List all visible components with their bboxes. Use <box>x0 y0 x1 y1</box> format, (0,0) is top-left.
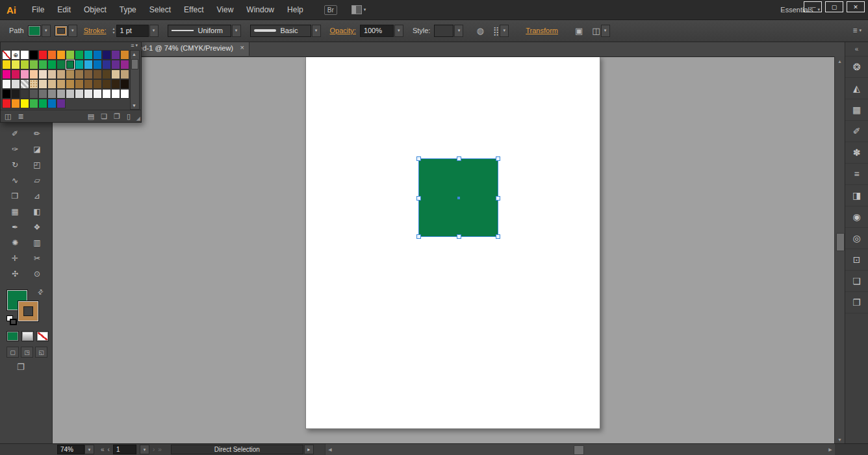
selection-handle-middle-left[interactable] <box>416 196 421 201</box>
swatch-color[interactable] <box>20 50 29 60</box>
scroll-up-icon[interactable]: ▲ <box>835 56 845 66</box>
swatch-color[interactable] <box>57 89 66 99</box>
swatch-color[interactable] <box>102 69 111 79</box>
swatch-color[interactable] <box>66 79 75 89</box>
swatch-color[interactable] <box>29 50 38 60</box>
vertical-scrollbar[interactable]: ▲ ▼ <box>834 56 845 444</box>
arrange-documents-icon[interactable]: ▾ <box>351 5 366 14</box>
stroke-dropdown-icon[interactable]: ▾ <box>68 25 77 37</box>
dock-icon-brushes[interactable]: ✐ <box>845 121 868 142</box>
swatch-color[interactable] <box>75 50 84 60</box>
swatch-color[interactable] <box>20 89 29 99</box>
swatch-color[interactable] <box>11 79 20 89</box>
status-menu-icon[interactable]: ▸ <box>304 445 314 454</box>
selection-handle-middle-right[interactable] <box>496 196 500 201</box>
swatch-color[interactable] <box>120 60 129 69</box>
swatches-scroll-thumb[interactable] <box>131 59 138 69</box>
swatch-color[interactable] <box>66 60 75 69</box>
swatch-color[interactable] <box>38 99 47 108</box>
free-transform-tool[interactable]: ▱ <box>26 173 48 188</box>
dock-icon-stroke[interactable]: ≡ <box>845 164 868 185</box>
selection-handle-bottom-left[interactable] <box>416 234 421 239</box>
swatch-color[interactable] <box>57 60 66 69</box>
swatch-color[interactable] <box>111 69 120 79</box>
swatch-color[interactable] <box>29 99 38 108</box>
horizontal-scrollbar[interactable]: ◀ ▶ <box>325 444 835 455</box>
selection-handle-bottom-right[interactable] <box>496 234 500 239</box>
style-swatch[interactable] <box>434 25 453 37</box>
stroke-indicator[interactable] <box>18 301 39 322</box>
swatch-color[interactable] <box>38 50 47 60</box>
gradient-button[interactable] <box>21 331 34 341</box>
transform-panel-link[interactable]: Transform <box>526 27 558 34</box>
minimize-button[interactable]: — <box>804 1 822 12</box>
gradient-tool[interactable]: ◧ <box>26 204 48 219</box>
menu-window[interactable]: Window <box>240 5 281 14</box>
blend-tool[interactable]: ❖ <box>26 219 48 235</box>
scroll-down-icon[interactable]: ▼ <box>131 102 138 109</box>
delete-swatch-icon[interactable]: ▯ <box>127 112 131 121</box>
symbol-sprayer-tool[interactable]: ✺ <box>4 235 26 251</box>
slice-tool[interactable]: ✂ <box>26 251 48 266</box>
selection-handle-top-middle[interactable] <box>457 156 461 161</box>
new-swatch-icon[interactable]: ❐ <box>114 112 120 121</box>
eraser-tool[interactable]: ◪ <box>26 141 48 157</box>
scroll-down-icon[interactable]: ▼ <box>835 435 845 444</box>
width-tool[interactable]: ∿ <box>4 173 26 188</box>
zoom-tool[interactable]: ⊙ <box>26 266 48 282</box>
dock-icon-color-guide[interactable]: ❂ <box>845 56 868 78</box>
shape-mode-icon[interactable]: ◫ <box>592 26 600 36</box>
recolor-artwork-icon[interactable]: ◍ <box>476 26 483 36</box>
swatch-kinds-icon[interactable]: ≣ <box>18 112 23 121</box>
fill-dropdown-icon[interactable]: ▾ <box>42 25 51 37</box>
paintbrush-tool[interactable]: ✐ <box>4 126 26 141</box>
align-reference-dropdown-icon[interactable]: ▾ <box>500 25 509 37</box>
scroll-up-icon[interactable]: ▲ <box>131 51 138 58</box>
swatch-color[interactable] <box>66 69 75 79</box>
tab-close-icon[interactable]: × <box>240 43 244 51</box>
swatch-color[interactable] <box>93 89 102 99</box>
menu-file[interactable]: File <box>25 5 51 14</box>
align-reference-icon[interactable]: ⣿ <box>493 26 500 36</box>
shape-builder-tool[interactable]: ❒ <box>4 188 26 204</box>
dock-icon-layers[interactable]: ❏ <box>845 271 868 292</box>
swatch-color[interactable] <box>102 89 111 99</box>
swatches-flyout-menu-icon[interactable]: ≡ ▾ <box>131 42 138 49</box>
stroke-color-swatch[interactable] <box>55 25 68 36</box>
previous-artboard-button[interactable]: ‹ <box>108 446 110 453</box>
new-color-group-icon[interactable]: ❏ <box>101 112 107 121</box>
brush-dropdown-icon[interactable]: ▾ <box>312 25 321 37</box>
canvas-area[interactable] <box>52 56 835 444</box>
stroke-weight-stepper[interactable]: ▴ ▾ <box>113 27 115 34</box>
menu-effect[interactable]: Effect <box>177 5 210 14</box>
swatch-color[interactable] <box>47 50 57 60</box>
swatch-color[interactable] <box>120 79 129 89</box>
stroke-weight-dropdown-icon[interactable]: ▾ <box>149 25 159 37</box>
perspective-grid-tool[interactable]: ⊿ <box>26 188 48 204</box>
artboard[interactable] <box>305 56 600 429</box>
swatch-color[interactable] <box>2 79 11 89</box>
swatch-color[interactable] <box>120 69 129 79</box>
style-dropdown-icon[interactable]: ▾ <box>454 25 463 37</box>
swatch-color[interactable] <box>47 79 57 89</box>
bounding-box-icon[interactable]: ▣ <box>575 26 583 36</box>
dock-icon-artboards[interactable]: ❐ <box>845 292 868 314</box>
column-graph-tool[interactable]: ▥ <box>26 235 48 251</box>
stroke-panel-link[interactable]: Stroke: <box>84 27 107 34</box>
swatch-color[interactable] <box>47 89 57 99</box>
selection-handle-bottom-middle[interactable] <box>457 234 461 239</box>
shape-mode-dropdown-icon[interactable]: ▾ <box>601 25 610 37</box>
swatch-color[interactable] <box>111 79 120 89</box>
color-button[interactable] <box>6 331 19 341</box>
swatch-color[interactable] <box>38 89 47 99</box>
dock-icon-appearance[interactable]: ◭ <box>845 78 868 99</box>
swatch-color[interactable] <box>84 89 93 99</box>
bridge-icon[interactable]: Br <box>324 5 337 15</box>
menu-object[interactable]: Object <box>77 5 113 14</box>
swatch-pattern[interactable] <box>20 79 29 89</box>
swatch-color[interactable] <box>20 99 29 108</box>
swatch-color[interactable] <box>57 99 66 108</box>
default-fill-stroke-icon[interactable] <box>6 315 17 325</box>
draw-normal-icon[interactable]: ▢ <box>6 347 19 358</box>
swatch-color[interactable] <box>47 60 57 69</box>
